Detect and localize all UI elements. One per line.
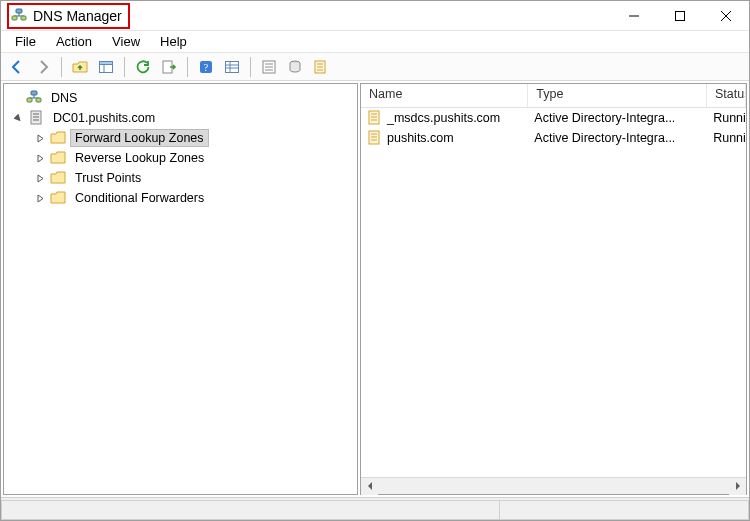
tree-root-label: DNS (46, 89, 82, 107)
filter-icon[interactable] (257, 55, 281, 79)
details-view-icon[interactable] (220, 55, 244, 79)
dns-app-icon (11, 8, 27, 24)
spacer (10, 92, 22, 104)
cell-status: Running (707, 130, 746, 146)
expand-icon[interactable] (34, 172, 46, 184)
svg-rect-28 (31, 91, 37, 95)
folder-icon (50, 190, 66, 206)
folder-icon (50, 150, 66, 166)
folder-icon (50, 170, 66, 186)
svg-rect-34 (33, 113, 39, 115)
status-cell (1, 500, 500, 520)
show-hide-tree-icon[interactable] (94, 55, 118, 79)
folder-icon (50, 130, 66, 146)
svg-rect-31 (27, 98, 32, 102)
toolbar-separator (250, 57, 251, 77)
tree-pane[interactable]: DNS DC01.pushits.com Forward Lookup Zone… (3, 83, 358, 495)
status-bar (1, 498, 749, 520)
scroll-right-icon[interactable] (729, 478, 746, 495)
svg-rect-3 (12, 16, 17, 20)
help-icon[interactable]: ? (194, 55, 218, 79)
window-title: DNS Manager (33, 8, 122, 24)
export-list-icon[interactable] (157, 55, 181, 79)
title-bar: DNS Manager (1, 1, 749, 31)
menu-help[interactable]: Help (152, 32, 195, 51)
tree-trust-points[interactable]: Trust Points (8, 168, 357, 188)
tree-root-dns[interactable]: DNS (8, 88, 357, 108)
column-header-status[interactable]: Status (707, 84, 746, 107)
menu-view[interactable]: View (104, 32, 148, 51)
toolbar-separator (61, 57, 62, 77)
svg-text:?: ? (204, 62, 209, 73)
list-row[interactable]: pushits.com Active Directory-Integra... … (361, 128, 746, 148)
collapse-icon[interactable] (12, 112, 24, 124)
tree-conditional-forwarders[interactable]: Conditional Forwarders (8, 188, 357, 208)
server-icon (28, 110, 44, 126)
window-controls (611, 1, 749, 30)
close-button[interactable] (703, 1, 749, 30)
cell-type: Active Directory-Integra... (528, 110, 707, 126)
nav-forward-icon[interactable] (31, 55, 55, 79)
script-icon[interactable] (283, 55, 307, 79)
cell-name: _msdcs.pushits.com (361, 109, 528, 127)
expand-icon[interactable] (34, 152, 46, 164)
title-bar-left-highlight: DNS Manager (7, 3, 130, 29)
menu-action[interactable]: Action (48, 32, 100, 51)
toolbar-separator (124, 57, 125, 77)
column-header-type[interactable]: Type (528, 84, 707, 107)
menu-file[interactable]: File (7, 32, 44, 51)
svg-rect-15 (226, 61, 239, 72)
toolbar-separator (187, 57, 188, 77)
body-split: DNS DC01.pushits.com Forward Lookup Zone… (1, 81, 749, 498)
cell-status: Running (707, 110, 746, 126)
svg-rect-4 (21, 16, 26, 20)
tree-item-label: Reverse Lookup Zones (70, 149, 209, 167)
tree-item-label: Forward Lookup Zones (70, 129, 209, 147)
tree-forward-lookup-zones[interactable]: Forward Lookup Zones (8, 128, 357, 148)
list-row[interactable]: _msdcs.pushits.com Active Directory-Inte… (361, 108, 746, 128)
tree-reverse-lookup-zones[interactable]: Reverse Lookup Zones (8, 148, 357, 168)
zone-icon (367, 130, 383, 146)
horizontal-scrollbar[interactable] (361, 477, 746, 494)
new-zone-icon[interactable] (309, 55, 333, 79)
refresh-icon[interactable] (131, 55, 155, 79)
maximize-button[interactable] (657, 1, 703, 30)
expand-icon[interactable] (34, 132, 46, 144)
tree-item-label: Trust Points (70, 169, 146, 187)
list-pane: Name Type Status _msdcs.pushits.com Acti… (360, 83, 747, 495)
svg-rect-35 (33, 116, 39, 118)
dns-manager-window: DNS Manager File Action View Help ? (0, 0, 750, 521)
expand-icon[interactable] (34, 192, 46, 204)
dns-root-icon (26, 90, 42, 106)
svg-rect-36 (33, 119, 39, 121)
tree-server-label: DC01.pushits.com (48, 109, 160, 127)
scroll-left-icon[interactable] (361, 478, 378, 495)
column-header-name[interactable]: Name (361, 84, 528, 107)
up-folder-icon[interactable] (68, 55, 92, 79)
tree-server[interactable]: DC01.pushits.com (8, 108, 357, 128)
list-body[interactable]: _msdcs.pushits.com Active Directory-Inte… (361, 108, 746, 477)
menu-bar: File Action View Help (1, 31, 749, 53)
cell-name-text: _msdcs.pushits.com (387, 111, 500, 125)
svg-rect-32 (36, 98, 41, 102)
svg-rect-6 (676, 11, 685, 20)
list-header: Name Type Status (361, 84, 746, 108)
zone-icon (367, 110, 383, 126)
cell-name: pushits.com (361, 129, 528, 147)
tree-item-label: Conditional Forwarders (70, 189, 209, 207)
nav-back-icon[interactable] (5, 55, 29, 79)
cell-name-text: pushits.com (387, 131, 454, 145)
toolbar: ? (1, 53, 749, 81)
svg-rect-10 (100, 61, 113, 64)
minimize-button[interactable] (611, 1, 657, 30)
svg-rect-0 (16, 9, 22, 13)
cell-type: Active Directory-Integra... (528, 130, 707, 146)
status-cell (499, 500, 749, 520)
